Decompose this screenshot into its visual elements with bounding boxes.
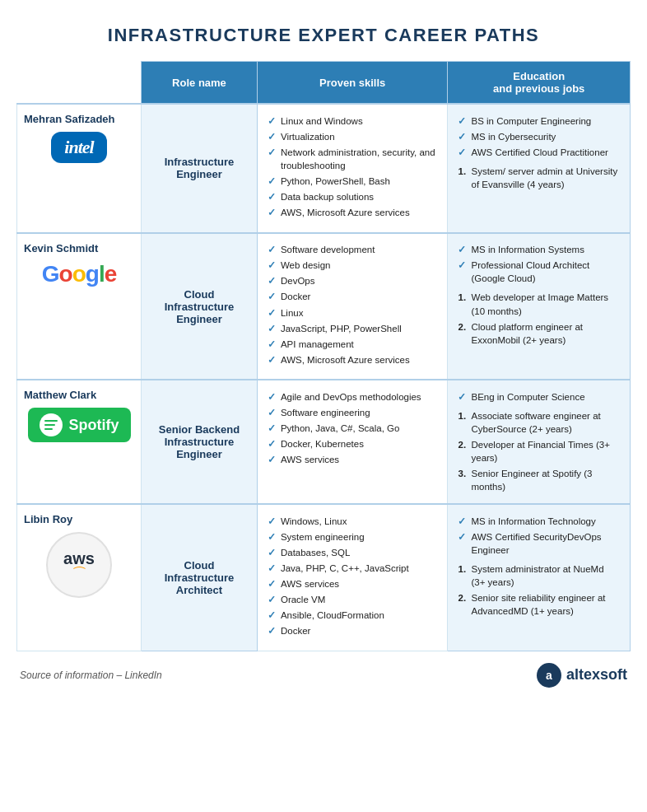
person-name: Kevin Schmidt (24, 242, 134, 254)
edu-check-item: AWS Certified SecurityDevOps Engineer (458, 529, 620, 558)
edu-check-item: BEng in Computer Science (458, 389, 620, 404)
edu-check-item: Professional Cloud Architect (Google Clo… (458, 258, 620, 287)
role-cell: Cloud Infrastructure Architect (142, 504, 258, 651)
person-name: Libin Roy (24, 513, 134, 525)
edu-cell: MS in Information TechnologyAWS Certifie… (448, 504, 631, 651)
skill-item: Data backup solutions (268, 189, 438, 204)
skill-item: AWS, Microsoft Azure services (268, 352, 438, 367)
role-cell: Cloud Infrastructure Engineer (142, 233, 258, 380)
edu-check-item: BS in Computer Engineering (458, 113, 620, 128)
edu-num-item: 1.System administrator at NueMd (3+ year… (458, 561, 620, 590)
skill-item: Oracle VM (268, 592, 438, 608)
person-name: Matthew Clark (24, 389, 134, 401)
skill-item: DevOps (268, 273, 438, 289)
table-row: Mehran Safizadeh intel Infrastructure En… (17, 104, 631, 233)
edu-check-item: MS in Information Systems (458, 242, 620, 258)
edu-check-item: MS in Cybersecurity (458, 128, 620, 144)
page-title: INFRASTRUCTURE EXPERT CAREER PATHS (16, 16, 631, 46)
skills-cell: Linux and WindowsVirtualizationNetwork a… (257, 104, 448, 233)
skill-item: AWS services (268, 576, 438, 591)
skill-item: Agile and DevOps methodologies (268, 389, 438, 404)
edu-cell: MS in Information SystemsProfessional Cl… (448, 233, 631, 380)
skill-item: Software development (268, 242, 438, 258)
role-cell: Infrastructure Engineer (142, 104, 258, 233)
skill-item: Docker (268, 289, 438, 305)
skill-item: Ansible, CloudFormation (268, 608, 438, 623)
skill-item: Windows, Linux (268, 513, 438, 529)
skill-item: API management (268, 336, 438, 352)
altexsoft-logo: a altexsoft (537, 663, 627, 688)
skill-item: AWS services (268, 452, 438, 468)
person-cell: Mehran Safizadeh intel (17, 104, 142, 233)
person-cell: Matthew Clark Spotify (17, 380, 142, 504)
skills-cell: Agile and DevOps methodologiesSoftware e… (257, 380, 448, 504)
skill-item: Web design (268, 258, 438, 273)
col-header-edu: Education and previous jobs (448, 62, 631, 105)
skill-item: Software engineering (268, 405, 438, 421)
table-row: Libin Roy aws ⁀ Cloud Infrastructure Arc… (17, 504, 631, 651)
skill-item: AWS, Microsoft Azure services (268, 205, 438, 221)
skill-item: System engineering (268, 529, 438, 544)
edu-num-item: 1.System/ server admin at University of … (458, 163, 620, 192)
role-cell: Senior Backend Infrastructure Engineer (142, 380, 258, 504)
skill-item: Virtualization (268, 128, 438, 144)
skill-item: Network administration, security, and tr… (268, 144, 438, 173)
skill-item: Python, Java, C#, Scala, Go (268, 421, 438, 436)
skills-cell: Windows, LinuxSystem engineeringDatabase… (257, 504, 448, 651)
skill-item: Python, PowerShell, Bash (268, 173, 438, 189)
edu-num-item: 3.Senior Engineer at Spotify (3 months) (458, 466, 620, 495)
edu-check-item: MS in Information Technology (458, 513, 620, 529)
skill-item: Linux and Windows (268, 113, 438, 128)
edu-num-item: 1.Web developer at Image Matters (10 mon… (458, 290, 620, 319)
edu-num-item: 1.Associate software engineer at CyberSo… (458, 408, 620, 437)
edu-num-item: 2.Senior site reliability engineer at Ad… (458, 590, 620, 619)
person-name: Mehran Safizadeh (24, 113, 134, 125)
table-row: Kevin Schmidt Google Cloud Infrastructur… (17, 233, 631, 380)
footer-source: Source of information – LinkedIn (20, 670, 162, 681)
edu-cell: BS in Computer EngineeringMS in Cybersec… (448, 104, 631, 233)
skill-item: Docker (268, 623, 438, 639)
skill-item: Java, PHP, C, C++, JavaScript (268, 560, 438, 576)
skill-item: JavaScript, PHP, PowerShell (268, 320, 438, 336)
skills-cell: Software developmentWeb designDevOpsDock… (257, 233, 448, 380)
person-cell: Kevin Schmidt Google (17, 233, 142, 380)
skill-item: Docker, Kubernetes (268, 436, 438, 452)
col-header-person (17, 62, 142, 105)
skill-item: Linux (268, 305, 438, 320)
edu-check-item: AWS Certified Cloud Practitioner (458, 144, 620, 160)
skill-item: Databases, SQL (268, 544, 438, 560)
table-row: Matthew Clark Spotify Senior Backend Inf… (17, 380, 631, 504)
person-cell: Libin Roy aws ⁀ (17, 504, 142, 651)
edu-cell: BEng in Computer Science 1.Associate sof… (448, 380, 631, 504)
col-header-role: Role name (142, 62, 258, 105)
edu-num-item: 2.Developer at Financial Times (3+ years… (458, 437, 620, 466)
edu-num-item: 2.Cloud platform engineer at ExxonMobil … (458, 319, 620, 348)
col-header-skills: Proven skills (257, 62, 448, 105)
